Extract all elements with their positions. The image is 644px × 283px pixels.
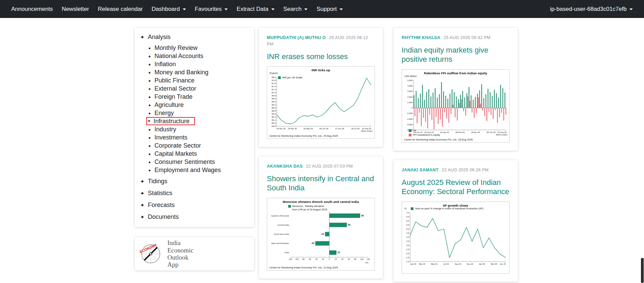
chart-source: Centre for Monitoring Indian Economy Pvt… <box>269 266 338 269</box>
app-title-line: India <box>167 239 194 246</box>
article-column-left: MUPPUDATHI (A) MUTHU G 25 AUG 2025 06:12… <box>259 28 383 279</box>
app-title-line: Economic <box>167 247 194 254</box>
user-menu[interactable]: ip-based-user-68ad3c01c7efb <box>546 6 637 13</box>
nav-item-dashboard[interactable]: Dashboard <box>147 6 190 13</box>
author-link[interactable]: RHYTHM KHALSA <box>402 35 440 40</box>
nav-item-favourites[interactable]: Favourites <box>190 6 232 13</box>
sidebar-item-industry[interactable]: Industry <box>154 125 254 133</box>
svg-text:28 Feb 25: 28 Feb 25 <box>455 131 465 133</box>
author-link[interactable]: JANAKI SAMANT <box>402 168 439 172</box>
svg-text:-1,000: -1,000 <box>407 112 413 114</box>
svg-text:85.0: 85.0 <box>272 122 276 124</box>
scrollbar-thumb[interactable] <box>641 258 644 283</box>
svg-text:04 Apr 25: 04 Apr 25 <box>277 128 286 130</box>
nav-label: Extract Data <box>237 6 269 13</box>
nav-item-release-calendar[interactable]: Release calendar <box>93 6 147 13</box>
user-id: ip-based-user-68ad3c01c7efb <box>550 6 627 13</box>
sidebar-section-tidings[interactable]: ✦ Tidings <box>135 175 254 187</box>
sidebar-item-money-and-banking[interactable]: Money and Banking <box>154 68 254 76</box>
star-icon: ✦ <box>140 214 145 220</box>
article-title[interactable]: Showers intensify in Central and South I… <box>267 174 375 193</box>
sidebar-section-documents[interactable]: ✦ Documents <box>135 211 254 223</box>
sidebar-item-agriculture[interactable]: Agriculture <box>154 101 254 109</box>
author-link[interactable]: AKANKSHA DAS <box>267 164 303 169</box>
svg-text:-3,000: -3,000 <box>407 124 413 126</box>
svg-text:40: 40 <box>341 258 343 260</box>
svg-text:85.4: 85.4 <box>272 116 276 118</box>
svg-text:86.4: 86.4 <box>272 101 276 103</box>
chart-legend: Monsoon - Weekly deviation from LPA as o… <box>288 205 327 211</box>
svg-text:85.6: 85.6 <box>272 113 276 115</box>
sidebar-item-corporate-sector[interactable]: Corporate Sector <box>154 142 254 150</box>
nav-item-announcements[interactable]: Announcements <box>7 6 57 13</box>
article-meta: JANAKI SAMANT 22 AUG 2025 06:26 PM <box>402 167 510 173</box>
svg-text:7.0: 7.0 <box>406 212 409 214</box>
article-title[interactable]: Indian equity markets give positive retu… <box>402 45 510 64</box>
svg-text:06 Jun 25: 06 Jun 25 <box>486 131 496 133</box>
svg-text:5.0: 5.0 <box>406 228 409 230</box>
article-card-monsoon: AKANKSHA DAS 22 AUG 2025 07:03 PM Shower… <box>259 156 383 279</box>
svg-text:Nov 24: Nov 24 <box>467 263 474 265</box>
sidebar-item-infrastructure[interactable]: • Infrastructure <box>154 117 254 125</box>
timestamp: 22 AUG 2025 07:03 PM <box>306 164 353 169</box>
chart-legend: INR per US Dollar <box>278 76 302 79</box>
chart-plot: -120-100-80-60-40-20020406080100120South… <box>268 207 374 264</box>
nav-label: Search <box>283 6 302 13</box>
sidebar-item-label: Monthly Review <box>154 44 198 51</box>
nav-label: Dashboard <box>152 6 180 13</box>
svg-text:86.2: 86.2 <box>272 104 276 106</box>
sidebar-item-energy[interactable]: Energy <box>154 109 254 117</box>
sidebar-item-inflation[interactable]: Inflation <box>154 60 254 68</box>
nav-item-support[interactable]: Support <box>312 6 347 13</box>
svg-text:-40: -40 <box>315 258 318 260</box>
svg-text:-80: -80 <box>302 258 305 260</box>
sidebar-section-forecasts[interactable]: ✦ Forecasts <box>135 199 254 211</box>
sidebar-item-label: Foreign Trade <box>154 93 192 100</box>
article-meta: AKANKSHA DAS 22 AUG 2025 07:03 PM <box>267 163 375 170</box>
svg-text:Week ended: Week ended <box>361 130 372 132</box>
svg-text:Jan 25: Jan 25 <box>479 263 485 265</box>
svg-text:87.8: 87.8 <box>272 79 276 81</box>
navbar-links: Announcements Newsletter Release calenda… <box>7 6 347 13</box>
sidebar-item-label: Infrastructure <box>153 117 189 125</box>
sidebar-item-monthly-review[interactable]: Monthly Review <box>154 44 254 52</box>
svg-text:Central India: Central India <box>277 224 289 226</box>
nav-item-search[interactable]: Search <box>279 6 312 13</box>
nav-label: Newsletter <box>62 6 89 13</box>
sidebar-item-consumer-sentiments[interactable]: Consumer Sentiments <box>154 158 254 166</box>
chart-plot: 1.01.52.02.53.03.54.04.55.05.56.06.57.0J… <box>403 211 509 268</box>
svg-text:3,000: 3,000 <box>407 90 413 92</box>
sidebar-item-capital-markets[interactable]: Capital Markets <box>154 150 254 158</box>
chart-plot: -4,000-3,000-2,000-1,00001,0002,0003,000… <box>403 78 509 136</box>
sidebar-item-external-sector[interactable]: External Sector <box>154 84 254 93</box>
sidebar-item-public-finance[interactable]: Public Finance <box>154 76 254 84</box>
svg-text:1.5: 1.5 <box>406 257 409 259</box>
sidebar-item-employment-and-wages[interactable]: Employment and Wages <box>154 166 254 174</box>
svg-text:-100: -100 <box>295 258 299 260</box>
sidebar-item-foreign-trade[interactable]: Foreign Trade <box>154 93 254 101</box>
app-title-line: App <box>167 261 194 268</box>
sidebar-section-analysis[interactable]: ✦ Analysis <box>135 31 254 43</box>
svg-text:22 Aug 25: 22 Aug 25 <box>497 131 507 133</box>
section-label-text: Tidings <box>148 178 167 185</box>
section-label-text: Documents <box>148 213 179 221</box>
nav-item-newsletter[interactable]: Newsletter <box>57 6 93 13</box>
svg-text:2,000: 2,000 <box>407 96 413 98</box>
monsoon-chart: Monsoon showers drench south and central… <box>267 198 375 270</box>
article-title[interactable]: INR erases some losses <box>267 52 375 61</box>
chart-unit-label: Rupees <box>270 72 278 74</box>
svg-text:6.0: 6.0 <box>406 220 409 222</box>
svg-text:North-west India: North-west India <box>274 233 289 235</box>
author-link[interactable]: MUPPUDATHI (A) MUTHU G <box>267 35 326 40</box>
nav-item-extract-data[interactable]: Extract Data <box>232 6 279 13</box>
article-title[interactable]: August 2025 Review of Indian Economy: Se… <box>402 178 510 196</box>
sidebar-item-investments[interactable]: Investments <box>154 133 254 142</box>
section-label-text: Forecasts <box>148 202 175 209</box>
sidebar-item-national-accounts[interactable]: National Accounts <box>154 52 254 60</box>
sidebar-section-statistics[interactable]: ✦ Statistics <box>135 187 254 199</box>
svg-text:Jul 24: Jul 24 <box>443 263 449 265</box>
svg-text:10 Jan 25: 10 Jan 25 <box>440 131 449 133</box>
sidebar-item-label: Industry <box>154 126 176 133</box>
chevron-down-icon <box>629 8 633 10</box>
article-card-equity: RHYTHM KHALSA 25 AUG 2025 05:42 PM India… <box>393 28 518 151</box>
